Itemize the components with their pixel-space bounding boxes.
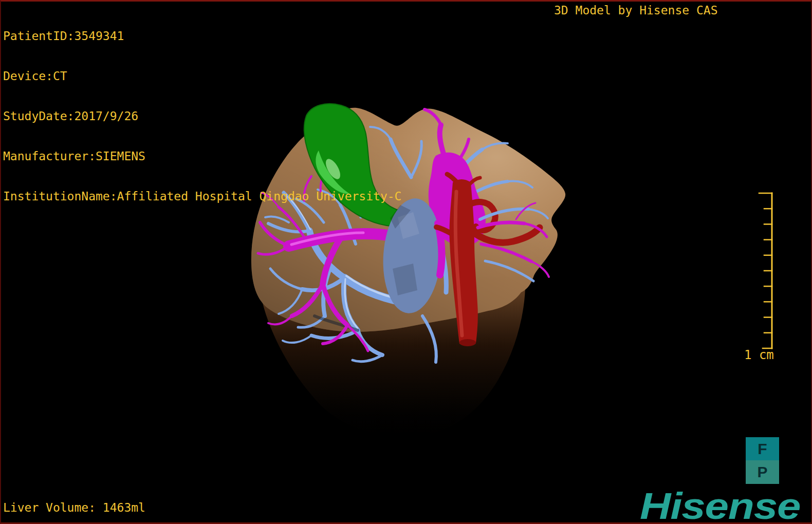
scale-bar-label: 1 cm: [744, 348, 774, 362]
aorta-bottom-cap: [459, 339, 476, 346]
patient-info-block: PatientID:3549341 Device:CT StudyDate:20…: [3, 3, 401, 216]
hisense-logo: Hisense: [640, 488, 800, 524]
patient-id-line: PatientID:3549341: [3, 29, 401, 43]
device-line: Device:CT: [3, 69, 401, 83]
study-date-line: StudyDate:2017/9/26: [3, 109, 401, 123]
scale-bar: [759, 193, 772, 348]
hisense-cas-3d-viewer: { "patient_info": { "lines": [ "PatientI…: [0, 0, 812, 524]
orientation-cube[interactable]: F P: [746, 437, 779, 484]
orientation-face-front: F: [746, 437, 779, 460]
liver-volume-label: Liver Volume: 1463ml: [3, 501, 145, 514]
watermark-text: 3D Model by Hisense CAS: [554, 4, 718, 17]
manufacturer-line: Manufacturer:SIEMENS: [3, 149, 401, 163]
institution-line: InstitutionName:Affiliated Hospital Qing…: [3, 190, 401, 203]
orientation-face-posterior: P: [746, 460, 779, 484]
